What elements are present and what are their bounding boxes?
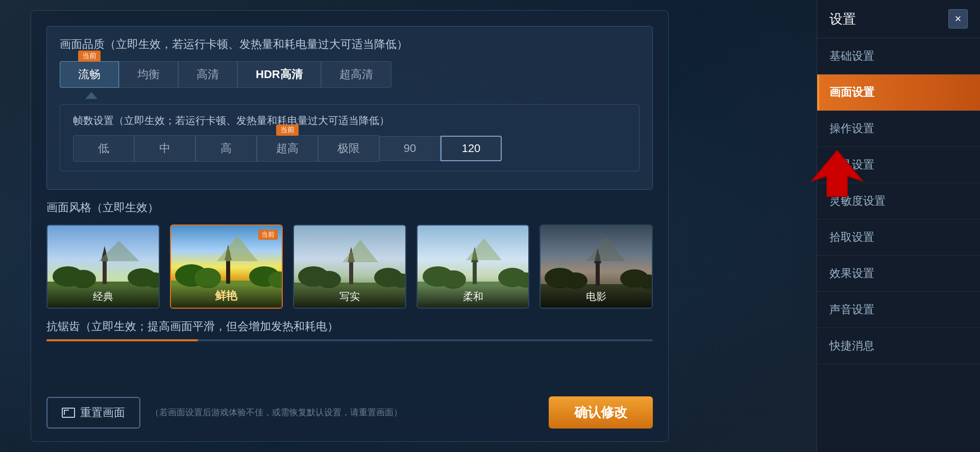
quality-smooth-label: 流畅	[78, 68, 101, 81]
sidebar-item-pickup[interactable]: 拾取设置	[817, 219, 980, 256]
quality-title: 画面品质（立即生效，若运行卡顿、发热量和耗电量过大可适当降低）	[60, 37, 640, 52]
sidebar-item-audio[interactable]: 声音设置	[817, 292, 980, 328]
fps-ultrahigh-label: 超高	[276, 142, 299, 155]
quality-section: 画面品质（立即生效，若运行卡顿、发热量和耗电量过大可适当降低） 当前 流畅 均衡…	[46, 26, 653, 190]
sidebar-title: 设置	[829, 10, 856, 28]
antialias-bar-fill	[46, 339, 198, 341]
quality-option-ultra[interactable]: 超高清	[321, 61, 391, 88]
sidebar-graphics-label: 画面设置	[829, 86, 874, 98]
fps-low-label: 低	[98, 142, 109, 155]
quality-option-hd[interactable]: 高清	[178, 61, 237, 88]
fps-buttons: 低 中 高 当前 超高 极限 90 120	[73, 135, 626, 162]
style-section: 画面风格（立即生效）	[46, 200, 653, 309]
confirm-label: 确认修改	[574, 405, 627, 420]
bottom-bar: 重置画面 （若画面设置后游戏体验不佳，或需恢复默认设置，请重置画面） 确认修改	[46, 396, 653, 429]
fps-120-label: 120	[462, 142, 481, 155]
quality-option-balanced[interactable]: 均衡	[119, 61, 178, 88]
fps-90-label: 90	[404, 142, 416, 155]
sidebar-audio-label: 声音设置	[829, 303, 874, 316]
fps-title: 帧数设置（立即生效；若运行卡顿、发热量和耗电量过大可适当降低）	[73, 114, 626, 128]
quality-current-badge: 当前	[78, 51, 101, 62]
quality-ultra-label: 超高清	[339, 68, 373, 81]
style-option-soft[interactable]: 柔和	[416, 224, 530, 309]
style-vivid-label: 鲜艳	[171, 284, 282, 308]
fps-option-low[interactable]: 低	[73, 135, 134, 162]
sidebar-item-basic[interactable]: 基础设置	[817, 38, 980, 74]
confirm-button[interactable]: 确认修改	[549, 396, 653, 429]
fps-current-badge: 当前	[276, 124, 299, 136]
settings-sidebar: 设置 × 基础设置 画面设置 操作设置 载具设置 灵敏度设置 拾取设置 效果设置…	[817, 0, 980, 452]
fps-section: 帧数设置（立即生效；若运行卡顿、发热量和耗电量过大可适当降低） 低 中 高 当前…	[60, 104, 640, 171]
sidebar-item-shortcuts[interactable]: 快捷消息	[817, 328, 980, 364]
sidebar-pickup-label: 拾取设置	[829, 231, 874, 243]
style-classic-label: 经典	[47, 286, 159, 308]
fps-medium-label: 中	[159, 142, 170, 155]
quality-hd-label: 高清	[197, 68, 219, 81]
fps-option-high[interactable]: 高	[195, 135, 257, 162]
quality-option-hdr[interactable]: HDR高清	[237, 61, 321, 88]
sidebar-item-controls[interactable]: 操作设置	[817, 111, 980, 147]
fps-option-90[interactable]: 90	[379, 136, 440, 161]
reset-icon	[62, 408, 75, 418]
quality-balanced-label: 均衡	[137, 68, 160, 81]
style-soft-label: 柔和	[418, 286, 529, 308]
reset-button[interactable]: 重置画面	[46, 397, 140, 429]
quality-arrow-indicator	[85, 92, 97, 99]
fps-option-medium[interactable]: 中	[134, 135, 195, 162]
style-option-cinema[interactable]: 电影	[540, 224, 653, 309]
close-icon: ×	[955, 12, 962, 26]
antialias-section: 抗锯齿（立即生效；提高画面平滑，但会增加发热和耗电）	[46, 319, 653, 341]
sidebar-shortcuts-label: 快捷消息	[829, 339, 874, 352]
style-vivid-current-badge: 当前	[258, 230, 278, 240]
settings-panel: 画面品质（立即生效，若运行卡顿、发热量和耗电量过大可适当降低） 当前 流畅 均衡…	[31, 10, 669, 442]
style-option-realistic[interactable]: 写实	[293, 224, 406, 309]
fps-option-120[interactable]: 120	[440, 136, 502, 161]
sidebar-effects-label: 效果设置	[829, 267, 874, 280]
sidebar-basic-label: 基础设置	[829, 49, 874, 62]
style-title: 画面风格（立即生效）	[46, 200, 653, 215]
close-button[interactable]: ×	[948, 9, 968, 29]
svg-marker-45	[812, 150, 863, 196]
sidebar-controls-label: 操作设置	[829, 122, 874, 135]
reset-label: 重置画面	[80, 405, 125, 420]
antialias-title: 抗锯齿（立即生效；提高画面平滑，但会增加发热和耗电）	[46, 319, 653, 334]
quality-hdr-label: HDR高清	[256, 68, 303, 81]
style-option-classic[interactable]: 经典	[46, 224, 160, 309]
antialias-bar	[46, 339, 653, 341]
fps-option-ultrahigh[interactable]: 当前 超高	[257, 135, 318, 162]
sidebar-items: 基础设置 画面设置 操作设置 载具设置 灵敏度设置 拾取设置 效果设置 声音设置…	[817, 38, 980, 452]
style-cinema-label: 电影	[541, 286, 652, 308]
sidebar-item-effects[interactable]: 效果设置	[817, 256, 980, 292]
fps-option-extreme[interactable]: 极限	[318, 135, 379, 162]
quality-option-smooth[interactable]: 当前 流畅	[60, 61, 119, 88]
style-realistic-label: 写实	[294, 286, 405, 308]
sidebar-item-graphics[interactable]: 画面设置	[817, 74, 980, 111]
reset-hint: （若画面设置后游戏体验不佳，或需恢复默认设置，请重置画面）	[151, 407, 538, 418]
style-option-vivid[interactable]: 当前 鲜艳	[170, 224, 283, 309]
quality-buttons: 当前 流畅 均衡 高清 HDR高清 超高清	[60, 61, 640, 88]
sidebar-header: 设置 ×	[817, 0, 980, 38]
fps-extreme-label: 极限	[337, 142, 360, 155]
style-thumbnails: 经典	[46, 224, 653, 309]
fps-high-label: 高	[220, 142, 232, 155]
